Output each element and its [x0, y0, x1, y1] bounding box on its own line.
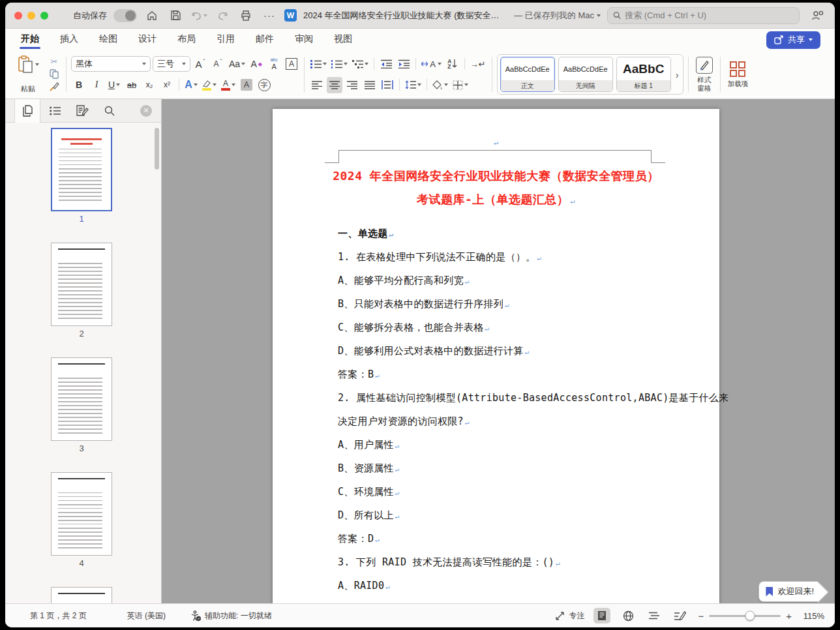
sidebar-tab-search[interactable]	[97, 99, 123, 123]
font-size-select[interactable]: 三号	[153, 56, 190, 72]
tab-home[interactable]: 开始	[20, 29, 40, 50]
draft-view-button[interactable]	[672, 608, 689, 623]
accessibility-status[interactable]: 辅助功能: 一切就绪	[190, 610, 272, 622]
zoom-slider[interactable]	[709, 615, 781, 617]
bold-button[interactable]: B	[71, 77, 87, 93]
shrink-font-button[interactable]: Aˇ	[210, 56, 226, 72]
zoom-in-button[interactable]: +	[786, 610, 792, 622]
body-line: D、能够利用公式对表格中的数据进行计算↵	[338, 339, 680, 363]
tab-layout[interactable]: 布局	[176, 29, 197, 50]
search-input[interactable]	[625, 10, 794, 20]
zoom-out-button[interactable]: −	[698, 610, 704, 622]
italic-button[interactable]: I	[89, 77, 104, 93]
cut-icon[interactable]: ✂	[47, 55, 61, 68]
change-case-button[interactable]: Aa	[228, 56, 247, 72]
undo-icon[interactable]	[190, 7, 207, 24]
focus-mode-button[interactable]: 专注	[555, 610, 584, 622]
sort-button[interactable]: AZ	[445, 56, 460, 72]
page-thumbnail-2[interactable]	[51, 243, 112, 326]
welcome-back-badge[interactable]: 欢迎回来!	[758, 581, 818, 602]
bullets-button[interactable]	[309, 56, 328, 72]
multilevel-list-button[interactable]	[351, 56, 370, 72]
home-icon[interactable]	[143, 7, 160, 24]
tab-review[interactable]: 审阅	[293, 29, 314, 50]
paste-button[interactable]: 粘贴	[12, 54, 44, 95]
underline-button[interactable]: U	[106, 77, 122, 93]
sidebar-tab-thumbnails[interactable]	[14, 99, 40, 123]
web-layout-view-button[interactable]	[620, 608, 637, 623]
strikethrough-button[interactable]: ab	[124, 77, 140, 93]
page-thumbnail-3[interactable]	[51, 357, 112, 441]
character-shading-button[interactable]: A	[239, 77, 254, 93]
style-pane-button[interactable]: 样式窗格	[693, 54, 715, 95]
zoom-slider-thumb[interactable]	[745, 611, 755, 621]
page-thumbnail-1[interactable]	[51, 128, 112, 211]
borders-button[interactable]	[451, 77, 470, 93]
more-commands-icon[interactable]: ···	[261, 7, 278, 24]
redo-icon[interactable]	[214, 7, 231, 24]
autosave-toggle[interactable]	[113, 9, 137, 22]
highlight-button[interactable]	[201, 77, 218, 93]
phonetic-guide-button[interactable]: abcA	[266, 56, 282, 72]
search-field[interactable]	[607, 7, 800, 24]
sidebar-close-icon[interactable]: ✕	[140, 105, 152, 117]
sidebar-tab-comments[interactable]	[69, 99, 95, 123]
saved-status[interactable]: — 已保存到我的 Mac	[514, 10, 601, 22]
tab-insert[interactable]: 插入	[59, 29, 80, 50]
format-painter-icon[interactable]	[47, 81, 61, 93]
style-heading1[interactable]: AaBbC 标题 1	[616, 57, 671, 92]
shading-button[interactable]	[431, 77, 449, 93]
document-page[interactable]: ↵ 2024 年全国网络安全行业职业技能大赛（数据安全管理员） 考试题库-上（单…	[273, 109, 719, 603]
justify-button[interactable]	[362, 77, 378, 93]
document-body: 一、单选题↵ 1. 在表格处理中下列说法不正确的是（）。↵ A、能够平均分配行高…	[338, 222, 680, 597]
character-border-button[interactable]: A	[284, 56, 299, 72]
asian-layout-button[interactable]: A	[420, 56, 443, 72]
tab-mailings[interactable]: 邮件	[254, 29, 275, 50]
tab-draw[interactable]: 绘图	[98, 29, 119, 50]
subscript-button[interactable]: x₂	[142, 77, 157, 93]
page-thumbnail-5[interactable]	[51, 587, 112, 603]
distribute-text-button[interactable]	[380, 77, 395, 93]
outline-view-button[interactable]	[646, 608, 663, 623]
increase-indent-button[interactable]	[396, 56, 412, 72]
zoom-percentage[interactable]: 115%	[797, 611, 824, 621]
sidebar-tab-outline[interactable]	[42, 99, 68, 123]
align-right-button[interactable]	[344, 77, 360, 93]
close-window-button[interactable]	[14, 12, 22, 20]
page-indicator[interactable]: 第 1 页，共 2 页	[30, 610, 87, 622]
tab-references[interactable]: 引用	[215, 29, 236, 50]
sidebar-scrollbar[interactable]	[155, 128, 159, 170]
minimize-window-button[interactable]	[27, 12, 35, 20]
clear-formatting-button[interactable]: A◆	[248, 56, 264, 72]
print-layout-view-button[interactable]	[593, 608, 610, 623]
styles-gallery-more-button[interactable]: ›	[674, 69, 680, 80]
page-thumbnail-4[interactable]	[51, 472, 112, 556]
enclose-characters-button[interactable]: 字	[256, 77, 272, 93]
line-spacing-button[interactable]	[404, 77, 423, 93]
style-no-spacing[interactable]: AaBbCcDdEe 无间隔	[558, 57, 613, 92]
show-marks-button[interactable]: →↵	[469, 56, 487, 72]
decrease-indent-button[interactable]	[378, 56, 394, 72]
titlebar: 自动保存 ··· W 2024 年全国网络安全行业职业技能大赛 (数据安全管理员…	[5, 3, 835, 29]
tab-view[interactable]: 视图	[333, 29, 353, 50]
numbering-button[interactable]	[330, 56, 349, 72]
font-name-select[interactable]: 黑体	[71, 56, 151, 72]
copy-icon[interactable]	[47, 68, 61, 80]
presence-icon[interactable]	[809, 7, 826, 24]
addins-button[interactable]: 加载项	[725, 54, 751, 95]
font-color-button[interactable]: A	[220, 77, 237, 93]
grow-font-button[interactable]: Aˆ	[192, 56, 208, 72]
style-normal[interactable]: AaBbCcDdEe 正文	[500, 57, 555, 92]
styles-group: AaBbCcDdEe 正文 AaBbCcDdEe 无间隔 AaBbC 标题 1 …	[497, 54, 683, 95]
share-button[interactable]: 共享	[766, 31, 820, 49]
print-icon[interactable]	[237, 7, 254, 24]
save-icon[interactable]	[167, 7, 184, 24]
superscript-button[interactable]: x²	[159, 77, 175, 93]
tab-design[interactable]: 设计	[137, 29, 158, 50]
align-center-button[interactable]	[327, 77, 342, 93]
text-effects-button[interactable]: A	[183, 77, 199, 93]
language-indicator[interactable]: 英语 (美国)	[127, 610, 166, 622]
body-line: C、环境属性↵	[338, 480, 680, 503]
align-left-button[interactable]	[309, 77, 325, 93]
zoom-window-button[interactable]	[40, 12, 48, 20]
